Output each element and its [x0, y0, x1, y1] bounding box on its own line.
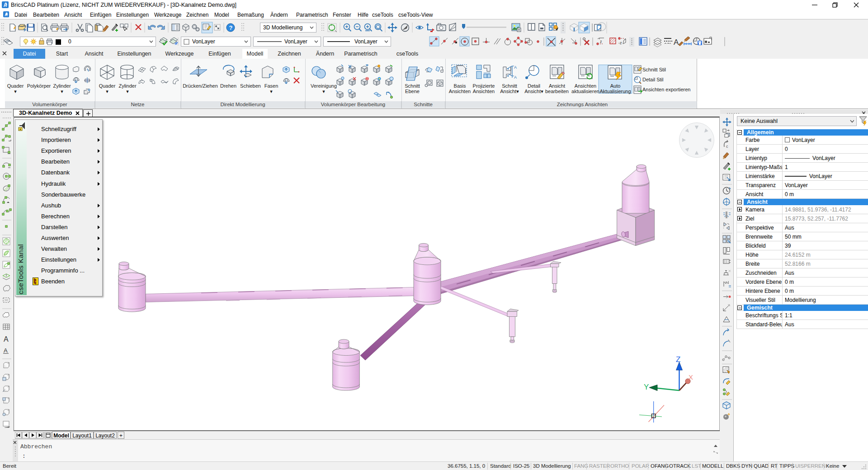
svg-text:-z: -z	[618, 41, 622, 45]
svg-text:?: ?	[229, 24, 233, 31]
svg-text:Z: Z	[676, 355, 680, 364]
svg-text:X: X	[689, 373, 693, 381]
svg-text:z: z	[600, 39, 602, 44]
svg-text:A: A	[674, 38, 679, 47]
svg-text:A: A	[514, 65, 517, 70]
svg-text:A: A	[514, 75, 517, 80]
svg-text:A: A	[4, 347, 8, 354]
svg-text:c: c	[726, 144, 728, 149]
svg-text:A: A	[4, 335, 9, 343]
svg-text:Y: Y	[644, 383, 649, 391]
